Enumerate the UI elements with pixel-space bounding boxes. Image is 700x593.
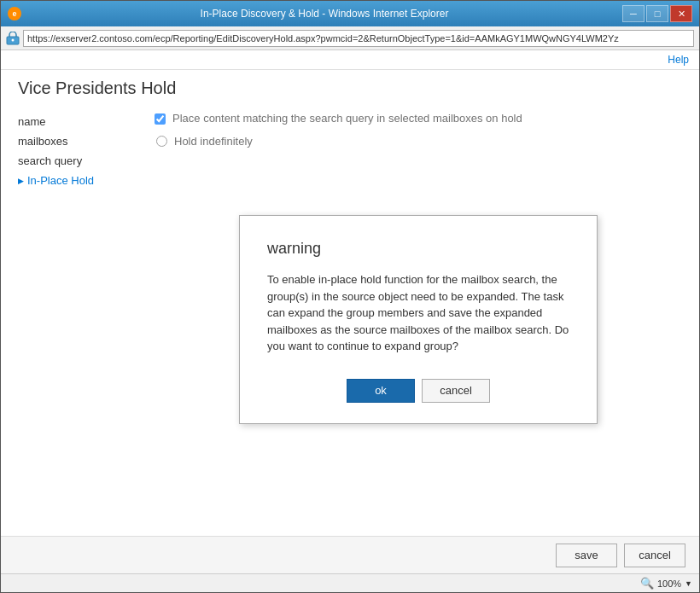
browser-icon: e (8, 7, 21, 20)
svg-point-1 (12, 38, 15, 41)
status-bar: 🔍 100% ▼ (1, 573, 699, 592)
modal-ok-button[interactable]: ok (347, 379, 415, 403)
security-icon (6, 32, 20, 45)
zoom-control[interactable]: 🔍 100% ▼ (640, 577, 692, 590)
modal-overlay: warning To enable in-place hold function… (137, 103, 699, 536)
address-bar (1, 26, 699, 50)
sidebar: name mailboxes search query In-Place Hol… (1, 103, 137, 536)
save-button[interactable]: save (556, 544, 617, 567)
window: e In-Place Discovery & Hold - Windows In… (0, 0, 700, 593)
zoom-icon: 🔍 (640, 577, 654, 590)
window-title: In-Place Discovery & Hold - Windows Inte… (26, 8, 622, 20)
modal-buttons: ok cancel (267, 379, 569, 403)
zoom-dropdown-icon[interactable]: ▼ (685, 579, 692, 588)
restore-button[interactable]: □ (646, 5, 668, 22)
modal-body: To enable in-place hold function for the… (267, 271, 569, 355)
help-link[interactable]: Help (668, 54, 689, 66)
close-button[interactable]: ✕ (670, 5, 692, 22)
sidebar-item-mailboxes[interactable]: mailboxes (1, 131, 137, 151)
minimize-button[interactable]: ─ (622, 5, 645, 22)
sidebar-item-inplace-hold[interactable]: In-Place Hold (1, 171, 137, 190)
sidebar-item-search-query[interactable]: search query (1, 151, 137, 171)
window-controls: ─ □ ✕ (622, 5, 692, 22)
sidebar-item-name[interactable]: name (1, 112, 137, 131)
zoom-level: 100% (657, 578, 681, 589)
address-input[interactable] (23, 30, 694, 47)
bottom-bar: save cancel (1, 536, 699, 573)
warning-dialog: warning To enable in-place hold function… (239, 215, 598, 424)
modal-cancel-button[interactable]: cancel (422, 379, 490, 403)
main-content: Help Vice Presidents Hold name mailboxes… (1, 50, 699, 573)
modal-title: warning (267, 240, 569, 258)
title-bar: e In-Place Discovery & Hold - Windows In… (1, 1, 699, 26)
content-row: name mailboxes search query In-Place Hol… (1, 103, 699, 536)
bottom-cancel-button[interactable]: cancel (624, 544, 685, 567)
page-title: Vice Presidents Hold (1, 70, 699, 103)
main-panel: Place content matching the search query … (137, 103, 699, 536)
help-bar: Help (1, 50, 699, 70)
